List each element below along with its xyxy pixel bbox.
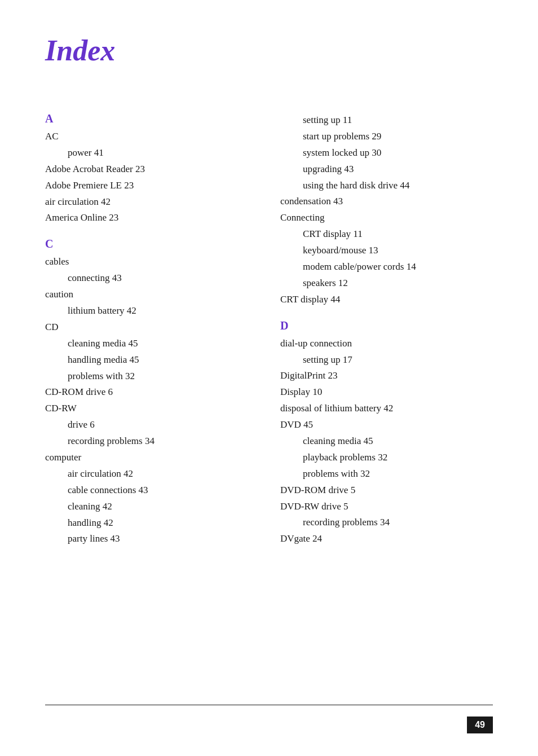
section-letter-d: D bbox=[280, 319, 493, 332]
entry-cdrom-drive: CD-ROM drive 6 bbox=[45, 384, 258, 401]
entry-computer-hdd: using the hard disk drive 44 bbox=[280, 178, 493, 194]
entry-computer-cable: cable connections 43 bbox=[45, 482, 258, 499]
entry-computer-locked: system locked up 30 bbox=[280, 145, 493, 161]
entry-connecting-modem: modem cable/power cords 14 bbox=[280, 259, 493, 275]
entry-dialup-setting: setting up 17 bbox=[280, 352, 493, 368]
entry-dvd-cleaning: cleaning media 45 bbox=[280, 433, 493, 450]
entry-computer-handling: handling 42 bbox=[45, 515, 258, 531]
entry-connecting-keyboard: keyboard/mouse 13 bbox=[280, 243, 493, 259]
entry-ac: AC bbox=[45, 129, 258, 145]
entry-dvgate: DVgate 24 bbox=[280, 531, 493, 547]
entry-condensation: condensation 43 bbox=[280, 194, 493, 210]
entry-cd-problems: problems with 32 bbox=[45, 368, 258, 385]
left-column: A AC power 41 Adobe Acrobat Reader 23 Ad… bbox=[45, 112, 258, 547]
entry-connecting-speakers: speakers 12 bbox=[280, 275, 493, 292]
entry-adobe-premiere: Adobe Premiere LE 23 bbox=[45, 178, 258, 194]
entry-ac-power: power 41 bbox=[45, 145, 258, 161]
entry-air-circulation: air circulation 42 bbox=[45, 194, 258, 210]
entry-connecting-crt: CRT display 11 bbox=[280, 226, 493, 243]
entry-cdrw: CD-RW bbox=[45, 401, 258, 417]
entry-crt-display: CRT display 44 bbox=[280, 292, 493, 308]
entry-connecting: Connecting bbox=[280, 210, 493, 226]
entry-display: Display 10 bbox=[280, 384, 493, 401]
entry-computer-party: party lines 43 bbox=[45, 531, 258, 547]
entry-dvdrom: DVD-ROM drive 5 bbox=[280, 482, 493, 499]
index-entry-c: cables connecting 43 caution lithium bat… bbox=[45, 254, 258, 547]
entry-dvdrw: DVD-RW drive 5 bbox=[280, 499, 493, 515]
entry-cd-handling: handling media 45 bbox=[45, 352, 258, 368]
entry-caution-lithium: lithium battery 42 bbox=[45, 303, 258, 319]
entry-computer-upgrading: upgrading 43 bbox=[280, 161, 493, 178]
index-entry-computer-cont: setting up 11 start up problems 29 syste… bbox=[280, 112, 493, 308]
entry-caution: caution bbox=[45, 287, 258, 303]
page-title: Index bbox=[45, 34, 493, 67]
entry-dvd-problems: problems with 32 bbox=[280, 466, 493, 482]
section-letter-c: C bbox=[45, 238, 258, 250]
right-column: setting up 11 start up problems 29 syste… bbox=[280, 112, 493, 547]
entry-computer-air: air circulation 42 bbox=[45, 466, 258, 482]
page-number: 49 bbox=[467, 717, 493, 733]
entry-disposal-lithium: disposal of lithium battery 42 bbox=[280, 401, 493, 417]
entry-adobe-acrobat: Adobe Acrobat Reader 23 bbox=[45, 161, 258, 178]
entry-cables: cables bbox=[45, 254, 258, 270]
entry-dvd: DVD 45 bbox=[280, 417, 493, 433]
entry-cd: CD bbox=[45, 319, 258, 336]
entry-computer-setting-up: setting up 11 bbox=[280, 112, 493, 129]
index-entry-d: dial-up connection setting up 17 Digital… bbox=[280, 336, 493, 548]
page-footer: 49 bbox=[467, 717, 493, 733]
entry-cdrw-drive: drive 6 bbox=[45, 417, 258, 433]
entry-computer-cleaning: cleaning 42 bbox=[45, 499, 258, 515]
entry-computer: computer bbox=[45, 450, 258, 466]
entry-america-online: America Online 23 bbox=[45, 210, 258, 226]
footer-line bbox=[45, 705, 493, 705]
entry-cables-connecting: connecting 43 bbox=[45, 270, 258, 287]
index-columns: A AC power 41 Adobe Acrobat Reader 23 Ad… bbox=[45, 112, 493, 547]
section-letter-a: A bbox=[45, 112, 258, 125]
entry-cdrw-recording: recording problems 34 bbox=[45, 433, 258, 450]
entry-computer-startup: start up problems 29 bbox=[280, 129, 493, 145]
entry-dialup: dial-up connection bbox=[280, 336, 493, 352]
entry-cd-cleaning: cleaning media 45 bbox=[45, 336, 258, 352]
entry-dvd-playback: playback problems 32 bbox=[280, 450, 493, 466]
entry-digitalprint: DigitalPrint 23 bbox=[280, 368, 493, 384]
index-entry: AC power 41 Adobe Acrobat Reader 23 Adob… bbox=[45, 129, 258, 226]
page: Index A AC power 41 Adobe Acrobat Reader… bbox=[0, 0, 538, 756]
entry-dvdrw-recording: recording problems 34 bbox=[280, 515, 493, 531]
